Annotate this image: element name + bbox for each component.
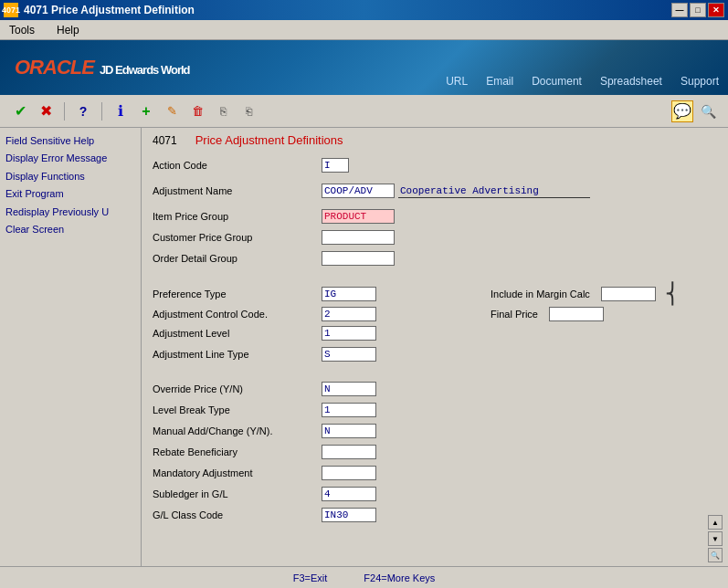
f24-key: F24=More Keys	[364, 572, 435, 583]
input-preference-type[interactable]	[322, 287, 376, 301]
menu-tools[interactable]: Tools	[5, 22, 38, 38]
row-adjustment-line-type: Adjustment Line Type	[153, 345, 717, 363]
row-adjustment-name: Adjustment Name	[153, 182, 717, 200]
minimize-button[interactable]: —	[671, 3, 688, 17]
label-preference-type: Preference Type	[153, 289, 322, 299]
toolbar-chat-button[interactable]: 💬	[671, 100, 693, 122]
toolbar-edit-button[interactable]: ✎	[161, 100, 183, 122]
label-mandatory-adjustment: Mandatory Adjustment	[153, 467, 322, 478]
separator-2	[153, 373, 717, 380]
toolbar-ok-button[interactable]: ✔	[9, 100, 31, 122]
bracket-decoration: ⎨	[665, 284, 681, 304]
sidebar-item-field-sensitive-help[interactable]: Field Sensitive Help	[4, 133, 137, 149]
input-adjustment-line-type[interactable]	[322, 347, 376, 362]
row-manual-add: Manual Add/Change (Y/N).	[153, 422, 717, 440]
input-gl-class[interactable]	[322, 508, 376, 522]
row-adjustment-control: Adjustment Control Code. Final Price	[153, 307, 717, 321]
app-title: 4071 Price Adjustment Definition	[24, 4, 195, 16]
input-final-price[interactable]	[549, 307, 604, 321]
status-bar: F3=Exit F24=More Keys	[0, 566, 728, 588]
scroll-up-button[interactable]: ▲	[708, 515, 723, 530]
input-adjustment-name-desc[interactable]	[398, 184, 590, 198]
sidebar-item-exit[interactable]: Exit Program	[4, 186, 137, 202]
label-customer-price-group: Customer Price Group	[153, 232, 322, 243]
input-rebate-beneficiary[interactable]	[322, 445, 376, 459]
input-level-break-type[interactable]	[322, 403, 376, 417]
nav-email[interactable]: Email	[486, 75, 513, 88]
title-bar: 4071 4071 Price Adjustment Definition — …	[0, 0, 728, 20]
row-preference-type: Preference Type Include in Margin Calc ⎨	[153, 284, 717, 304]
toolbar-paste-button[interactable]: ⎗	[237, 100, 259, 122]
nav-document[interactable]: Document	[532, 75, 582, 88]
oracle-logo: ORACLEJD Edwards World	[9, 56, 190, 79]
sidebar-item-redisplay[interactable]: Redisplay Previously U	[4, 205, 137, 220]
row-override-price: Override Price (Y/N)	[153, 380, 717, 398]
input-manual-add[interactable]	[322, 424, 376, 438]
section-action: Action Code	[153, 156, 717, 174]
scroll-down-button[interactable]: ▼	[708, 531, 723, 546]
label-adjustment-name: Adjustment Name	[153, 185, 322, 196]
form-header: 4071 Price Adjustment Definitions	[153, 133, 717, 147]
nav-support[interactable]: Support	[681, 75, 719, 88]
row-subledger: Subledger in G/L	[153, 485, 717, 503]
input-adjustment-level[interactable]	[322, 326, 376, 341]
label-level-break-type: Level Break Type	[153, 404, 322, 415]
label-adjustment-level: Adjustment Level	[153, 328, 322, 339]
f3-key: F3=Exit	[293, 572, 328, 583]
label-manual-add: Manual Add/Change (Y/N).	[153, 425, 322, 436]
nav-spreadsheet[interactable]: Spreadsheet	[600, 75, 662, 88]
input-item-price-group[interactable]	[322, 209, 395, 224]
toolbar-add-button[interactable]: +	[135, 100, 157, 122]
nav-url[interactable]: URL	[446, 75, 468, 88]
zoom-button[interactable]: 🔍	[708, 548, 723, 562]
sidebar-item-display-error[interactable]: Display Error Message	[4, 151, 137, 166]
sidebar-item-display-functions[interactable]: Display Functions	[4, 169, 137, 184]
label-action-code: Action Code	[153, 160, 322, 171]
input-order-detail-group[interactable]	[322, 251, 395, 266]
input-mandatory-adjustment[interactable]	[322, 466, 376, 480]
toolbar-separator-2	[101, 102, 102, 121]
toolbar-cancel-button[interactable]: ✖	[35, 100, 57, 122]
row-level-break-type: Level Break Type	[153, 401, 717, 419]
menu-bar: Tools Help	[0, 20, 728, 40]
input-override-price[interactable]	[322, 382, 376, 396]
scroll-buttons: ▲ ▼ 🔍	[708, 515, 723, 562]
toolbar-search-button[interactable]: 🔍	[697, 100, 719, 122]
menu-help[interactable]: Help	[53, 22, 83, 38]
sidebar-item-clear[interactable]: Clear Screen	[4, 222, 137, 237]
content-area: 4071 Price Adjustment Definitions Action…	[142, 128, 728, 566]
toolbar-info-button[interactable]: ℹ	[110, 100, 132, 122]
input-action-code[interactable]	[322, 158, 349, 173]
main-area: Field Sensitive Help Display Error Messa…	[0, 128, 728, 566]
separator-1	[153, 277, 717, 284]
maximize-button[interactable]: □	[690, 3, 706, 17]
nav-links: URL Email Document Spreadsheet Support	[446, 75, 719, 88]
app-icon: 4071	[4, 3, 18, 17]
row-order-detail-group: Order Detail Group	[153, 249, 717, 268]
label-adjustment-line-type: Adjustment Line Type	[153, 349, 322, 360]
nav-header: ORACLEJD Edwards World URL Email Documen…	[0, 40, 728, 95]
toolbar-delete-button[interactable]: 🗑	[186, 100, 208, 122]
row-rebate-beneficiary: Rebate Beneficiary	[153, 443, 717, 461]
row-action-code: Action Code	[153, 156, 717, 174]
row-mandatory-adjustment: Mandatory Adjustment	[153, 464, 717, 482]
row-item-price-group: Item Price Group	[153, 207, 717, 226]
row-customer-price-group: Customer Price Group	[153, 228, 717, 247]
input-adjustment-name[interactable]	[322, 184, 395, 198]
input-subledger[interactable]	[322, 487, 376, 501]
toolbar-help-button[interactable]: ?	[72, 100, 94, 122]
form-title: Price Adjustment Definitions	[195, 133, 343, 147]
label-override-price: Override Price (Y/N)	[153, 383, 322, 394]
input-adjustment-control[interactable]	[322, 307, 376, 321]
label-subledger: Subledger in G/L	[153, 488, 322, 499]
sidebar: Field Sensitive Help Display Error Messa…	[0, 128, 142, 566]
row-adjustment-level: Adjustment Level	[153, 324, 717, 342]
input-margin-calc[interactable]	[601, 287, 656, 301]
toolbar-copy-button[interactable]: ⎘	[212, 100, 234, 122]
label-gl-class: G/L Class Code	[153, 509, 322, 520]
form-id: 4071	[153, 134, 177, 147]
input-customer-price-group[interactable]	[322, 230, 395, 245]
row-gl-class: G/L Class Code	[153, 506, 717, 524]
toolbar-separator-1	[64, 102, 65, 121]
close-button[interactable]: ✕	[708, 3, 724, 17]
